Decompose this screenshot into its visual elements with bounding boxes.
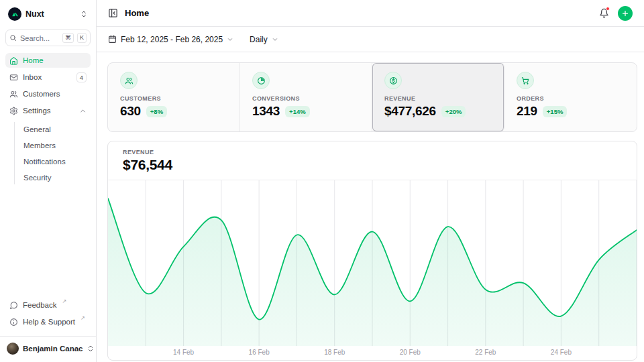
- chart-total-value: $76,544: [123, 157, 622, 173]
- stat-label: CONVERSIONS: [252, 95, 360, 102]
- sidebar-item-home[interactable]: Home: [5, 53, 91, 68]
- search-placeholder: Search...: [20, 34, 59, 42]
- sidebar-child-label: Notifications: [23, 158, 66, 166]
- collapse-sidebar-button[interactable]: [108, 8, 118, 18]
- kbd-k: K: [77, 33, 87, 43]
- stat-delta-badge: +14%: [285, 106, 310, 117]
- sidebar-footer: Feedback ↗ Help & Support ↗ Benjamin Can…: [5, 298, 91, 357]
- x-tick-label: 16 Feb: [249, 349, 270, 356]
- stat-label: CUSTOMERS: [120, 95, 227, 102]
- search-input[interactable]: Search... ⌘ K: [5, 29, 91, 46]
- sidebar-item-general[interactable]: General: [21, 122, 91, 136]
- chevrons-up-down-icon: [80, 10, 88, 18]
- x-tick-label: 14 Feb: [173, 349, 194, 356]
- sidebar-item-label: Home: [23, 56, 44, 64]
- plus-icon: [621, 9, 629, 17]
- topbar-actions: [599, 6, 633, 21]
- avatar: [7, 343, 19, 355]
- workspace-name: Nuxt: [25, 9, 76, 19]
- stat-label: REVENUE: [384, 95, 492, 102]
- topbar: Home: [97, 0, 644, 27]
- calendar-icon: [108, 35, 117, 44]
- stat-icon-circle: [517, 72, 534, 89]
- nuxt-logo-icon: [8, 7, 21, 21]
- sidebar-nav: Home Inbox 4 Customers Settings General: [5, 53, 91, 184]
- users-icon: [9, 90, 18, 99]
- stat-icon-circle: [120, 72, 138, 89]
- sidebar-item-label: Settings: [23, 107, 51, 115]
- stat-value: 219: [517, 104, 537, 119]
- sidebar-item-inbox[interactable]: Inbox 4: [5, 70, 91, 84]
- footer-link-label: Feedback: [23, 301, 57, 309]
- home-icon: [9, 56, 18, 65]
- sidebar-child-label: Security: [23, 174, 52, 182]
- date-range-label: Feb 12, 2025 - Feb 26, 2025: [121, 35, 223, 44]
- granularity-label: Daily: [250, 35, 268, 44]
- stat-orders[interactable]: ORDERS 219 +15%: [504, 63, 637, 131]
- message-bubble-icon: [9, 301, 18, 310]
- dashboard-content: CUSTOMERS 630 +8% CONVERSIONS 1343 +14%: [97, 52, 644, 362]
- stat-delta-badge: +8%: [146, 106, 167, 117]
- panel-left-close-icon: [108, 8, 118, 18]
- granularity-select[interactable]: Daily: [250, 35, 278, 44]
- sidebar-item-notifications[interactable]: Notifications: [21, 154, 91, 168]
- app-window: Nuxt Search... ⌘ K Home Inbox 4 Cust: [0, 0, 644, 362]
- stat-icon-circle: [384, 72, 402, 89]
- notifications-button[interactable]: [599, 8, 609, 18]
- search-icon: [9, 34, 17, 42]
- circle-dollar-icon: [389, 76, 398, 85]
- x-axis-labels: 14 Feb16 Feb18 Feb20 Feb22 Feb24 Feb: [108, 346, 637, 360]
- stat-conversions[interactable]: CONVERSIONS 1343 +14%: [240, 63, 372, 131]
- chevron-up-icon: [79, 107, 87, 115]
- sidebar-item-security[interactable]: Security: [21, 170, 91, 184]
- info-circle-icon: [9, 318, 18, 326]
- stat-value: $477,626: [384, 104, 436, 119]
- stat-label: ORDERS: [517, 95, 625, 102]
- cart-icon: [521, 76, 530, 85]
- revenue-chart-plot[interactable]: [108, 180, 637, 346]
- chart-header: REVENUE $76,544: [108, 141, 637, 180]
- sidebar-child-label: General: [23, 125, 51, 133]
- sidebar-item-customers[interactable]: Customers: [5, 86, 91, 101]
- gear-icon: [9, 107, 18, 115]
- user-name: Benjamin Canac: [23, 345, 83, 353]
- x-tick-label: 18 Feb: [324, 349, 345, 356]
- external-link-icon: ↗: [80, 314, 85, 323]
- settings-children: General Members Notifications Security: [14, 122, 91, 184]
- kbd-meta: ⌘: [62, 33, 74, 43]
- sidebar-child-label: Members: [23, 141, 56, 149]
- stat-customers[interactable]: CUSTOMERS 630 +8%: [108, 63, 240, 131]
- stat-icon-circle: [252, 72, 270, 89]
- x-tick-label: 24 Feb: [551, 349, 572, 356]
- stat-value: 1343: [252, 104, 280, 119]
- page-title: Home: [125, 8, 149, 18]
- stat-revenue[interactable]: REVENUE $477,626 +20%: [372, 63, 504, 131]
- x-tick-label: 22 Feb: [475, 349, 496, 356]
- footer-link-label: Help & Support: [23, 318, 75, 326]
- inbox-icon: [9, 73, 18, 82]
- external-link-icon: ↗: [62, 298, 67, 306]
- pie-chart-icon: [257, 76, 266, 85]
- workspace-selector[interactable]: Nuxt: [5, 5, 91, 23]
- stat-value: 630: [120, 104, 141, 119]
- filter-toolbar: Feb 12, 2025 - Feb 26, 2025 Daily: [97, 27, 644, 52]
- notification-dot: [606, 7, 610, 11]
- x-tick-label: 20 Feb: [400, 349, 421, 356]
- date-range-picker[interactable]: Feb 12, 2025 - Feb 26, 2025: [108, 35, 233, 44]
- revenue-chart-card: REVENUE $76,544: [107, 141, 637, 361]
- sidebar-item-members[interactable]: Members: [21, 138, 91, 152]
- main-area: Home Feb 12, 2025 - Feb 26, 2025 Daily: [97, 0, 644, 362]
- stats-row: CUSTOMERS 630 +8% CONVERSIONS 1343 +14%: [107, 62, 637, 132]
- feedback-link[interactable]: Feedback ↗: [5, 298, 91, 312]
- chevron-down-icon: [227, 36, 233, 43]
- help-support-link[interactable]: Help & Support ↗: [5, 314, 91, 329]
- users-icon: [125, 76, 133, 85]
- chevron-down-icon: [272, 36, 278, 43]
- sidebar-item-label: Inbox: [23, 73, 42, 81]
- stat-delta-badge: +20%: [441, 106, 466, 117]
- sidebar: Nuxt Search... ⌘ K Home Inbox 4 Cust: [0, 0, 97, 362]
- stat-delta-badge: +15%: [543, 106, 568, 117]
- add-button[interactable]: [618, 6, 633, 21]
- sidebar-item-settings[interactable]: Settings: [5, 103, 91, 118]
- user-menu[interactable]: Benjamin Canac: [0, 336, 96, 358]
